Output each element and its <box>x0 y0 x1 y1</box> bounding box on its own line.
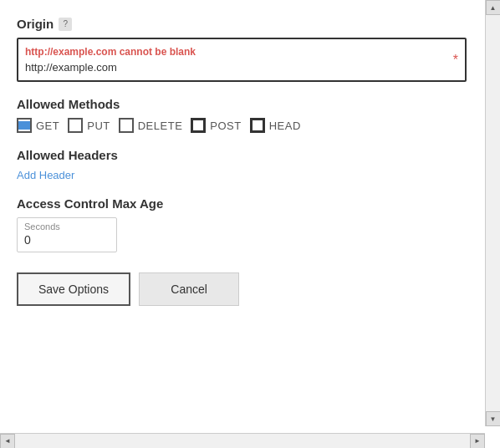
method-label-post: POST <box>210 120 241 132</box>
vertical-scrollbar: ▲ ▼ <box>485 0 500 426</box>
method-label-delete: DELETE <box>138 120 183 132</box>
allowed-methods-title: Allowed Methods <box>17 97 467 111</box>
allowed-methods-section: Allowed Methods GET PUT DEL <box>17 97 467 133</box>
cancel-button[interactable]: Cancel <box>139 272 239 306</box>
allowed-headers-title-text: Allowed Headers <box>17 148 118 162</box>
checkbox-head[interactable] <box>250 118 265 133</box>
origin-title: Origin ? <box>17 17 467 31</box>
origin-title-text: Origin <box>17 17 54 31</box>
checkbox-post[interactable] <box>191 118 206 133</box>
scroll-down-arrow[interactable]: ▼ <box>486 411 501 426</box>
origin-section: Origin ? http://example.com cannot be bl… <box>17 17 467 82</box>
checkbox-delete[interactable] <box>119 118 134 133</box>
seconds-label: Seconds <box>24 221 110 232</box>
allowed-headers-section: Allowed Headers Add Header <box>17 148 467 181</box>
scroll-left-arrow[interactable]: ◄ <box>0 434 15 449</box>
access-control-title: Access Control Max Age <box>17 196 467 211</box>
method-label-get: GET <box>36 120 59 132</box>
required-indicator: * <box>453 53 458 68</box>
origin-help-icon[interactable]: ? <box>59 18 72 31</box>
checkbox-put[interactable] <box>68 118 83 133</box>
horizontal-scrollbar: ◄ ► <box>0 433 485 448</box>
method-label-put: PUT <box>87 120 110 132</box>
access-control-section: Access Control Max Age Seconds 0 <box>17 196 467 252</box>
main-content: Origin ? http://example.com cannot be bl… <box>0 0 483 426</box>
method-label-head: HEAD <box>269 120 301 132</box>
add-header-link[interactable]: Add Header <box>17 169 467 181</box>
scroll-thumb-vertical[interactable] <box>486 15 500 411</box>
origin-input-value[interactable]: http://example.com <box>25 61 440 74</box>
buttons-row: Save Options Cancel <box>17 272 467 306</box>
scroll-right-arrow[interactable]: ► <box>470 434 485 449</box>
checkbox-check-get <box>18 121 24 130</box>
methods-row: GET PUT DELETE POST <box>17 118 467 133</box>
access-control-title-text: Access Control Max Age <box>17 196 163 211</box>
allowed-methods-title-text: Allowed Methods <box>17 97 120 111</box>
method-item-put: PUT <box>68 118 110 133</box>
origin-error-message: http://example.com cannot be blank <box>25 46 440 58</box>
allowed-headers-title: Allowed Headers <box>17 148 467 162</box>
method-item-delete: DELETE <box>119 118 183 133</box>
checkbox-get[interactable] <box>17 118 32 133</box>
seconds-value[interactable]: 0 <box>24 233 110 247</box>
method-item-get: GET <box>17 118 59 133</box>
method-item-post: POST <box>191 118 241 133</box>
origin-input-wrapper[interactable]: http://example.com cannot be blank http:… <box>17 38 467 82</box>
seconds-input-wrapper[interactable]: Seconds 0 <box>17 217 117 252</box>
method-item-head: HEAD <box>250 118 301 133</box>
save-options-button[interactable]: Save Options <box>17 272 130 306</box>
scroll-up-arrow[interactable]: ▲ <box>486 0 501 15</box>
